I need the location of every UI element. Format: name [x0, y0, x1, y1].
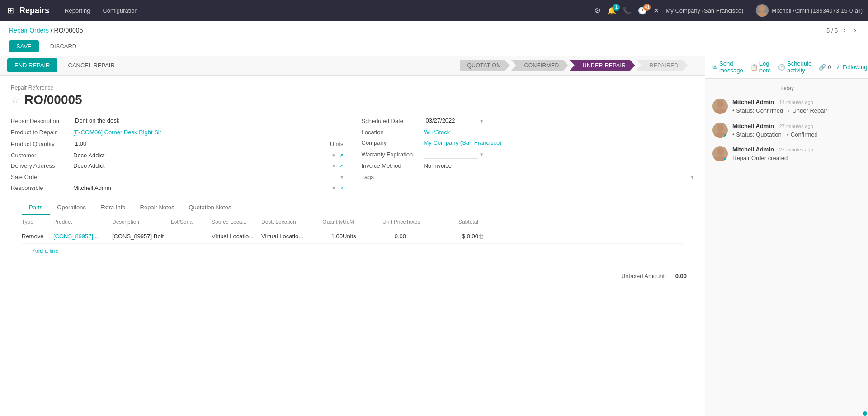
tab-quotation-notes[interactable]: Quotation Notes [181, 200, 238, 215]
tab-parts[interactable]: Parts [22, 200, 50, 215]
add-line-button[interactable]: Add a line [22, 244, 683, 258]
product-quantity-unit: Units [330, 141, 344, 147]
sale-order-value[interactable] [73, 173, 339, 181]
chat-avatar-1 [712, 99, 728, 114]
col-header-product: Product [53, 219, 112, 225]
svg-point-4 [717, 124, 724, 132]
repair-description-input[interactable] [73, 116, 344, 125]
col-header-source: Source Loca... [212, 219, 261, 225]
tags-dropdown-icon[interactable]: ▾ [691, 174, 694, 180]
repair-description-label: Repair Description [11, 118, 70, 124]
tab-repair-notes[interactable]: Repair Notes [133, 200, 182, 215]
schedule-activity-button[interactable]: 🕐 Schedule activity [778, 60, 811, 74]
status-steps: QUOTATION CONFIRMED UNDER REPAIR REPAIRE… [460, 60, 689, 71]
responsible-dropdown-icon[interactable]: ▾ [332, 184, 335, 191]
table-column-options-icon[interactable]: ⋮ [478, 219, 484, 225]
log-note-button[interactable]: 📋 Log note [750, 60, 771, 74]
step-confirmed[interactable]: CONFIRMED [511, 60, 568, 71]
scheduled-date-dropdown-icon[interactable]: ▾ [480, 118, 483, 124]
invoice-method-label: Invoice Method [362, 162, 420, 169]
end-repair-button[interactable]: END REPAIR [7, 58, 57, 72]
chat-header-1: Mitchell Admin 14 minutes ago [732, 99, 861, 105]
warranty-expiration-input[interactable] [424, 150, 478, 159]
discard-button[interactable]: DISCARD [42, 40, 85, 53]
row-delete-icon[interactable]: 🗑 [478, 233, 492, 240]
row-source-location: Virtual Locatio... [212, 233, 261, 240]
step-repaired[interactable]: REPAIRED [636, 60, 688, 71]
user-name: Mitchell Admin (13934073-15-0-all) [771, 7, 863, 14]
company-value[interactable]: My Company (San Francisco) [424, 139, 694, 146]
delivery-external-link-icon[interactable]: ↗ [339, 163, 344, 169]
settings-icon[interactable]: ⚙ [594, 6, 601, 15]
log-note-icon: 📋 [750, 64, 758, 71]
status-bar: END REPAIR CANCEL REPAIR QUOTATION CONFI… [0, 56, 705, 76]
customer-value[interactable]: Deco Addict [73, 152, 330, 159]
tags-select: ▾ [424, 173, 694, 181]
product-to-repair-row: Product to Repair [E-COM06] Corner Desk … [11, 129, 344, 136]
product-quantity-value [73, 139, 324, 148]
send-message-button[interactable]: ✉ Send message [712, 60, 743, 74]
scheduled-date-input[interactable] [424, 116, 478, 125]
prev-page-button[interactable]: ‹ [840, 25, 848, 35]
notifications-icon[interactable]: 🔔1 [607, 6, 616, 15]
company-label: Company [362, 139, 420, 146]
chat-time-2: 27 minutes ago [779, 123, 813, 129]
delivery-address-value[interactable]: Deco Addict [73, 162, 330, 169]
step-quotation[interactable]: QUOTATION [460, 60, 510, 71]
chat-avatar-2 [712, 123, 728, 138]
customer-dropdown-icon[interactable]: ▾ [332, 152, 335, 159]
row-uom: Units [343, 233, 370, 240]
user-menu[interactable]: Mitchell Admin (13934073-15-0-all) [756, 4, 863, 17]
save-button[interactable]: SAVE [9, 40, 39, 52]
breadcrumb: Repair Orders / RO/00005 [9, 27, 83, 34]
following-button[interactable]: ✓ Following [836, 64, 868, 71]
responsible-value[interactable]: Mitchell Admin [73, 184, 330, 191]
nav-configuration[interactable]: Configuration [98, 5, 142, 16]
phone-icon[interactable]: 📞 [623, 6, 632, 15]
breadcrumb-parent[interactable]: Repair Orders [9, 27, 49, 34]
sale-order-dropdown-icon[interactable]: ▾ [340, 174, 344, 180]
tab-extra-info[interactable]: Extra Info [93, 200, 133, 215]
following-label: Following [843, 64, 868, 71]
location-value[interactable]: WH/Stock [424, 129, 694, 136]
location-row: Location WH/Stock [362, 129, 694, 136]
responsible-external-link-icon[interactable]: ↗ [339, 185, 344, 191]
company-name[interactable]: My Company (San Francisco) [665, 7, 743, 14]
chat-author-3: Mitchell Admin [732, 146, 774, 153]
warranty-dropdown-icon[interactable]: ▾ [480, 151, 483, 158]
breadcrumb-current: RO/00005 [54, 27, 83, 34]
close-icon[interactable]: ✕ [653, 6, 659, 15]
customer-external-link-icon[interactable]: ↗ [339, 152, 344, 159]
row-product[interactable]: [CONS_89957]... [53, 233, 112, 240]
chat-text-3: Repair Order created [732, 154, 861, 163]
top-nav-icons: ⚙ 🔔1 📞 🕐41 ✕ My Company (San Francisco) … [594, 4, 863, 17]
tags-value[interactable] [424, 173, 689, 181]
chat-time-3: 27 minutes ago [779, 147, 813, 152]
product-quantity-label: Product Quantity [11, 141, 70, 147]
tab-operations[interactable]: Operations [50, 200, 93, 215]
chat-content-2: Mitchell Admin 27 minutes ago • Status: … [732, 123, 861, 139]
favorite-star-icon[interactable]: ☆ [11, 95, 19, 105]
grid-menu-icon[interactable]: ⊞ [5, 4, 16, 17]
product-to-repair-value[interactable]: [E-COM06] Corner Desk Right Sit [73, 129, 344, 136]
cancel-repair-button[interactable]: CANCEL REPAIR [63, 58, 120, 72]
chat-date-divider: Today [705, 79, 868, 95]
table-row: Remove [CONS_89957]... [CONS_89957] Bolt… [22, 229, 683, 244]
clock-icon[interactable]: 🕐41 [638, 6, 647, 15]
step-under-repair[interactable]: UNDER REPAIR [569, 60, 635, 71]
col-header-quantity: Quantity [311, 219, 343, 225]
delivery-dropdown-icon[interactable]: ▾ [332, 162, 335, 169]
customer-select: Deco Addict ▾ ↗ [73, 152, 344, 159]
nav-reporting[interactable]: Reporting [60, 5, 94, 16]
chat-text-1: • Status: Confirmed → Under Repair [732, 106, 861, 115]
row-quantity: 1.00 [311, 233, 343, 240]
col-header-description: Description [112, 219, 171, 225]
col-header-unit-price: Unit Price [370, 219, 406, 225]
chat-message-3: Mitchell Admin 27 minutes ago Repair Ord… [705, 142, 868, 166]
links-count-item[interactable]: 🔗 0 [819, 64, 831, 71]
scheduled-date-input-wrap: ▾ [424, 116, 694, 125]
product-quantity-input[interactable] [73, 139, 109, 148]
form-body: Repair Reference ☆ RO/00005 Repair Descr… [0, 76, 705, 267]
next-page-button[interactable]: › [851, 25, 859, 35]
links-count: 0 [828, 64, 831, 71]
